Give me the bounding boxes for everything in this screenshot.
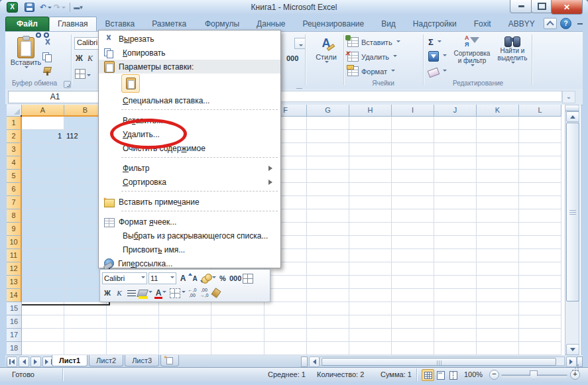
cell-G4[interactable] xyxy=(307,156,349,170)
undo-dropdown-icon[interactable] xyxy=(48,7,52,11)
cell-J1[interactable] xyxy=(434,117,477,130)
undo-icon[interactable]: ↶ xyxy=(39,3,47,12)
cell-A13[interactable] xyxy=(22,276,64,289)
cell-I1[interactable] xyxy=(392,117,434,130)
cell-H1[interactable] xyxy=(349,117,392,130)
delete-cells-button[interactable]: ✕ Удалить xyxy=(347,52,397,62)
ribbon-tab-вид[interactable]: Вид xyxy=(373,17,404,31)
cell-K15[interactable] xyxy=(477,302,519,315)
number-format-dropdown[interactable] xyxy=(294,38,306,49)
select-all-corner[interactable] xyxy=(7,105,22,117)
cell-G14[interactable] xyxy=(307,289,349,302)
cell-A12[interactable] xyxy=(22,262,64,276)
cell-H15[interactable] xyxy=(349,302,392,315)
redo-dropdown-icon[interactable] xyxy=(62,7,66,11)
borders-button[interactable] xyxy=(170,287,186,299)
format-painter-button[interactable] xyxy=(211,287,221,299)
row-header-2[interactable]: 2 xyxy=(7,130,22,143)
cell-F14[interactable] xyxy=(265,289,307,302)
zoom-in-button[interactable]: + xyxy=(570,370,580,380)
clipboard-dialog-launcher-icon[interactable] xyxy=(64,81,71,88)
workbook-minimize-button[interactable] xyxy=(575,19,586,28)
italic-button[interactable]: К xyxy=(88,54,93,64)
previous-sheet-button[interactable] xyxy=(19,357,29,367)
cell-L13[interactable] xyxy=(519,276,561,289)
maximize-button[interactable] xyxy=(531,0,552,13)
fill-color-button[interactable] xyxy=(138,287,152,299)
cell-G3[interactable] xyxy=(307,143,349,156)
cell-A9[interactable] xyxy=(22,223,64,236)
row-header-1[interactable]: 1 xyxy=(7,117,22,130)
cell-A10[interactable] xyxy=(22,236,64,249)
cell-K12[interactable] xyxy=(477,262,519,276)
cell-D17[interactable] xyxy=(159,329,211,342)
comma-style-button[interactable]: 000 xyxy=(286,54,298,62)
menu-item-гиперссылка[interactable]: Гиперссылка... xyxy=(99,256,280,270)
ribbon-tab-данные[interactable]: Данные xyxy=(248,17,294,31)
row-header-15[interactable]: 15 xyxy=(7,302,22,315)
cell-J18[interactable] xyxy=(434,342,477,355)
cell-G17[interactable] xyxy=(307,329,349,342)
row-header-8[interactable]: 8 xyxy=(7,209,22,223)
cell-G11[interactable] xyxy=(307,249,349,262)
minimize-button[interactable] xyxy=(510,0,532,13)
cell-F18[interactable] xyxy=(265,342,307,355)
cell-L9[interactable] xyxy=(519,223,561,236)
cell-H16[interactable] xyxy=(349,315,392,329)
cell-H9[interactable] xyxy=(349,223,392,236)
cell-K3[interactable] xyxy=(477,143,519,156)
format-cells-button[interactable]: Формат xyxy=(347,66,395,76)
cell-H18[interactable] xyxy=(349,342,392,355)
paste-button[interactable]: Вставить xyxy=(9,35,42,80)
normal-view-button[interactable] xyxy=(422,369,434,381)
cell-L16[interactable] xyxy=(519,315,561,329)
cell-L17[interactable] xyxy=(519,329,561,342)
cell-L11[interactable] xyxy=(519,249,561,262)
horizontal-scroll-thumb[interactable] xyxy=(322,358,556,366)
cell-H8[interactable] xyxy=(349,209,392,223)
cell-G6[interactable] xyxy=(307,183,349,196)
merge-center-button[interactable] xyxy=(243,272,253,284)
cell-J16[interactable] xyxy=(434,315,477,329)
name-box[interactable]: A1 xyxy=(8,91,102,103)
cell-C17[interactable] xyxy=(107,329,159,342)
cell-L2[interactable] xyxy=(519,130,561,143)
sheet-tab-лист3[interactable]: Лист3 xyxy=(125,355,159,366)
cell-H14[interactable] xyxy=(349,289,392,302)
cell-I9[interactable] xyxy=(392,223,434,236)
redo-icon[interactable]: ↷ xyxy=(53,3,61,12)
insert-worksheet-tab[interactable] xyxy=(160,355,179,366)
accounting-format-button[interactable] xyxy=(202,272,216,284)
cell-B16[interactable] xyxy=(64,315,107,329)
cell-C15[interactable] xyxy=(107,302,159,315)
cell-J14[interactable] xyxy=(434,289,477,302)
help-button[interactable]: ? xyxy=(560,18,571,29)
shrink-font-button[interactable]: А xyxy=(190,272,200,284)
page-layout-view-button[interactable] xyxy=(434,369,447,381)
cell-I6[interactable] xyxy=(392,183,434,196)
cell-K14[interactable] xyxy=(477,289,519,302)
increase-decimal-button[interactable]: ←,0,00 xyxy=(187,287,198,299)
next-sheet-button[interactable] xyxy=(30,357,41,367)
cell-J10[interactable] xyxy=(434,236,477,249)
cell-I16[interactable] xyxy=(392,315,434,329)
page-break-view-button[interactable] xyxy=(447,369,459,381)
cell-A16[interactable] xyxy=(22,315,64,329)
cell-J9[interactable] xyxy=(434,223,477,236)
row-header-14[interactable]: 14 xyxy=(7,289,22,302)
cell-K10[interactable] xyxy=(477,236,519,249)
cell-J2[interactable] xyxy=(434,130,477,143)
cell-K6[interactable] xyxy=(477,183,519,196)
copy-button[interactable] xyxy=(42,52,48,64)
cell-H13[interactable] xyxy=(349,276,392,289)
comma-style-button[interactable]: 000 xyxy=(229,272,241,284)
customize-qat-icon[interactable]: ▬▾ xyxy=(73,3,84,12)
cell-J13[interactable] xyxy=(434,276,477,289)
cell-D18[interactable] xyxy=(159,342,211,355)
cell-F13[interactable] xyxy=(265,276,307,289)
scroll-left-button[interactable] xyxy=(309,357,320,367)
scroll-down-button[interactable] xyxy=(566,344,579,355)
font-size-combo[interactable]: 11 xyxy=(148,272,176,284)
row-header-17[interactable]: 17 xyxy=(7,329,22,342)
zoom-out-button[interactable]: − xyxy=(489,370,499,380)
